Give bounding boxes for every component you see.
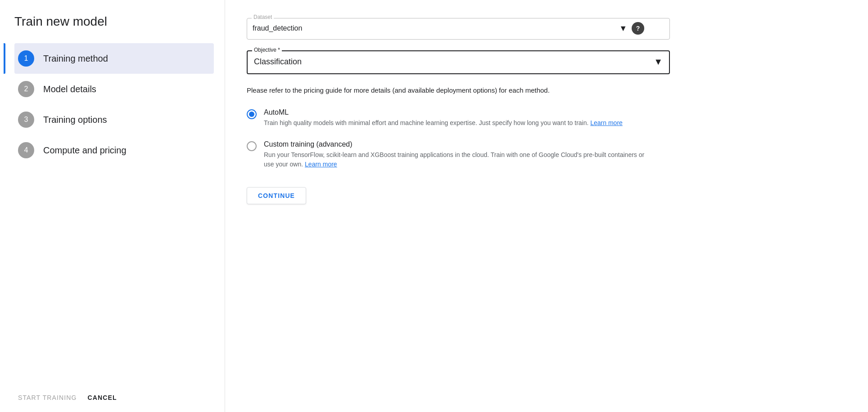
training-method-radio-group: AutoML Train high quality models with mi… [247,108,846,169]
dataset-label: Dataset [252,14,274,20]
step-circle-2: 2 [18,81,34,97]
step-item-4[interactable]: 4 Compute and pricing [14,135,214,166]
sidebar: Train new model 1 Training method 2 Mode… [0,0,225,412]
objective-value: Classification [254,57,654,67]
dataset-field-group: Dataset fraud_detection ▼ ? [247,18,846,40]
custom-training-radio-item[interactable]: Custom training (advanced) Run your Tens… [247,140,846,169]
automl-learn-more-link[interactable]: Learn more [590,119,623,126]
dataset-select[interactable]: Dataset fraud_detection ▼ ? [247,18,670,40]
step-label-2: Model details [43,84,96,94]
help-icon[interactable]: ? [632,22,644,35]
step-item-1[interactable]: 1 Training method [14,43,214,74]
dataset-value: fraud_detection [253,24,619,32]
automl-radio-content: AutoML Train high quality models with mi… [264,108,623,128]
main-content: Dataset fraud_detection ▼ ? Objective * … [225,0,868,412]
step-label-3: Training options [43,115,107,125]
step-circle-3: 3 [18,112,34,128]
custom-training-radio-input[interactable] [247,141,257,151]
objective-dropdown-arrow: ▼ [654,57,663,67]
automl-radio-input[interactable] [247,109,257,119]
page-title: Train new model [14,14,214,29]
custom-training-radio-title: Custom training (advanced) [264,140,651,148]
automl-radio-title: AutoML [264,108,623,116]
step-item-3[interactable]: 3 Training options [14,104,214,135]
objective-field-group: Objective * Classification ▼ [247,50,846,74]
custom-training-radio-content: Custom training (advanced) Run your Tens… [264,140,651,169]
step-item-2[interactable]: 2 Model details [14,74,214,104]
step-label-1: Training method [43,54,108,64]
description-text: Please refer to the pricing guide for mo… [247,85,670,96]
custom-training-learn-more-link[interactable]: Learn more [305,161,337,168]
automl-radio-item[interactable]: AutoML Train high quality models with mi… [247,108,846,128]
step-circle-1: 1 [18,50,34,67]
custom-training-radio-description: Run your TensorFlow, scikit-learn and XG… [264,150,651,169]
step-circle-4: 4 [18,142,34,158]
cancel-button[interactable]: CANCEL [88,394,117,401]
objective-label: Objective * [252,47,282,53]
sidebar-actions: START TRAINING CANCEL [14,394,214,401]
automl-radio-description: Train high quality models with minimal e… [264,118,623,128]
continue-button[interactable]: CONTINUE [247,187,306,204]
objective-select[interactable]: Objective * Classification ▼ [247,50,670,74]
step-label-4: Compute and pricing [43,145,127,156]
step-list: 1 Training method 2 Model details 3 Trai… [14,43,214,376]
dataset-dropdown-arrow: ▼ [619,24,627,33]
start-training-button[interactable]: START TRAINING [18,394,77,401]
